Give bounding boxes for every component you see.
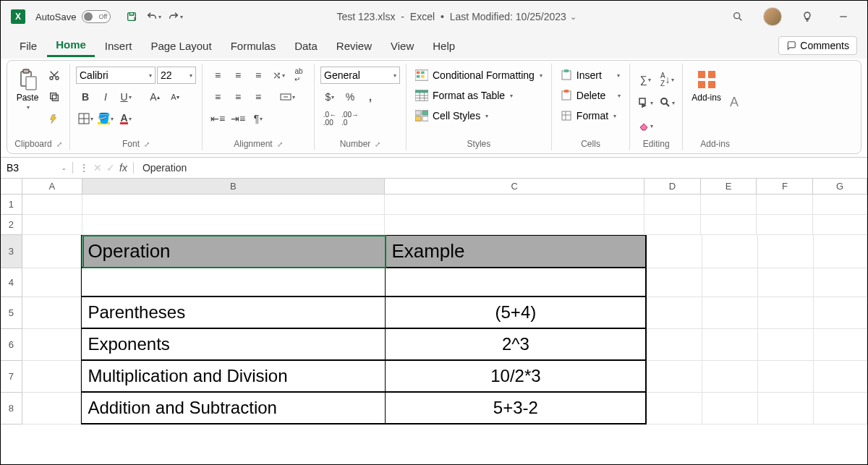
cell-c3[interactable]: Example: [386, 236, 646, 268]
conditional-formatting-button[interactable]: Conditional Formatting▾: [412, 68, 545, 82]
find-select-button[interactable]: ▾: [658, 94, 676, 111]
row-header-4[interactable]: 4: [1, 268, 22, 297]
cell-b4[interactable]: [82, 268, 386, 297]
undo-button[interactable]: ▾: [142, 6, 164, 27]
increase-indent-button[interactable]: ⇥≡: [229, 110, 247, 127]
italic-button[interactable]: I: [96, 88, 115, 106]
row-header-6[interactable]: 6: [1, 329, 22, 361]
align-top-button[interactable]: ≡: [208, 67, 227, 84]
select-all-corner[interactable]: [1, 179, 22, 194]
col-header-e[interactable]: E: [701, 179, 757, 194]
cell-c6[interactable]: 2^3: [386, 329, 646, 360]
cell-b5[interactable]: Parentheses: [82, 297, 386, 328]
align-bottom-button[interactable]: ≡: [249, 67, 268, 84]
col-header-g[interactable]: G: [813, 179, 867, 194]
increase-font-button[interactable]: A▴: [145, 88, 164, 106]
enter-formula-button[interactable]: ✓: [106, 162, 115, 174]
align-middle-button[interactable]: ≡: [229, 67, 247, 84]
formula-input[interactable]: Operation: [134, 162, 195, 174]
font-launcher[interactable]: ⤢: [144, 140, 150, 148]
cell-c5[interactable]: (5+4): [386, 297, 646, 328]
col-header-d[interactable]: D: [644, 179, 701, 194]
tab-view[interactable]: View: [382, 35, 422, 56]
col-header-c[interactable]: C: [385, 179, 644, 194]
cell-b7[interactable]: Multiplication and Division: [82, 361, 386, 392]
autosum-button[interactable]: ∑▾: [636, 71, 655, 88]
name-box[interactable]: B3⌄: [1, 162, 73, 174]
increase-decimal-button[interactable]: .0←.00: [320, 110, 339, 127]
row-header-5[interactable]: 5: [1, 297, 22, 329]
row-header-7[interactable]: 7: [1, 361, 22, 393]
tab-insert[interactable]: Insert: [96, 35, 141, 56]
fx-icon[interactable]: fx: [119, 162, 127, 174]
fill-button[interactable]: ▾: [636, 94, 655, 111]
tab-page-layout[interactable]: Page Layout: [142, 35, 220, 56]
format-painter-button[interactable]: [45, 110, 64, 127]
number-launcher[interactable]: ⤢: [375, 140, 380, 148]
cell-b6[interactable]: Exponents: [82, 329, 386, 360]
col-header-a[interactable]: A: [22, 179, 82, 194]
align-left-button[interactable]: ≡: [208, 88, 227, 106]
decrease-font-button[interactable]: A▾: [166, 88, 184, 106]
addins-button[interactable]: Add-ins: [689, 67, 724, 104]
wrap-text-button[interactable]: ab↵: [289, 67, 308, 84]
align-center-button[interactable]: ≡: [229, 88, 247, 106]
paste-button[interactable]: Paste▾: [13, 67, 42, 112]
user-avatar[interactable]: [763, 7, 782, 26]
sort-filter-button[interactable]: AZ↓▾: [658, 71, 676, 88]
bold-button[interactable]: B: [76, 88, 95, 106]
fill-color-button[interactable]: 🪣▾: [96, 110, 115, 127]
tab-review[interactable]: Review: [328, 35, 380, 56]
alignment-launcher[interactable]: ⤢: [277, 140, 283, 148]
minimize-button[interactable]: [833, 6, 854, 27]
copy-button[interactable]: [45, 88, 64, 106]
autosave-toggle[interactable]: Off: [82, 10, 111, 23]
delete-cells-button[interactable]: Delete ▾: [558, 88, 624, 103]
row-header-1[interactable]: 1: [1, 195, 22, 215]
options-icon[interactable]: ⋮: [79, 162, 89, 174]
row-header-3[interactable]: 3: [1, 235, 22, 268]
decrease-indent-button[interactable]: ⇤≡: [208, 110, 227, 127]
worksheet-grid[interactable]: A B C D E F G 1 2 3 Operation Example 4 …: [1, 179, 867, 425]
merge-button[interactable]: ▾: [278, 88, 297, 106]
decrease-decimal-button[interactable]: .00→.0: [341, 110, 359, 127]
clipboard-launcher[interactable]: ⤢: [56, 140, 62, 148]
borders-button[interactable]: ▾: [76, 110, 95, 127]
row-header-2[interactable]: 2: [1, 215, 22, 235]
cell-c8[interactable]: 5+3-2: [386, 393, 646, 424]
format-cells-button[interactable]: Format▾: [558, 108, 619, 123]
col-header-f[interactable]: F: [757, 179, 813, 194]
cut-button[interactable]: [45, 67, 64, 84]
cell-styles-button[interactable]: Cell Styles▾: [412, 108, 491, 123]
addins-more[interactable]: A: [727, 95, 741, 110]
percent-button[interactable]: %: [341, 88, 359, 106]
font-size-combo[interactable]: 22▾: [157, 67, 196, 84]
redo-button[interactable]: ▾: [164, 6, 186, 27]
search-icon[interactable]: [727, 6, 749, 27]
clear-button[interactable]: ▾: [636, 117, 655, 135]
cell-b8[interactable]: Addition and Subtraction: [82, 393, 386, 424]
col-header-b[interactable]: B: [82, 179, 386, 194]
comma-button[interactable]: ,: [361, 88, 380, 106]
cell-b3[interactable]: Operation: [82, 236, 386, 268]
comments-button[interactable]: Comments: [778, 36, 857, 55]
tab-file[interactable]: File: [11, 35, 46, 56]
font-name-combo[interactable]: Calibri▾: [76, 67, 156, 84]
row-header-8[interactable]: 8: [1, 393, 22, 425]
tab-data[interactable]: Data: [286, 35, 326, 56]
currency-button[interactable]: $▾: [320, 88, 339, 106]
insert-cells-button[interactable]: Insert ▾: [558, 68, 623, 82]
font-color-button[interactable]: A▾: [116, 110, 135, 127]
align-right-button[interactable]: ≡: [249, 88, 268, 106]
underline-button[interactable]: U▾: [116, 88, 135, 106]
cell-c7[interactable]: 10/2*3: [386, 361, 646, 392]
number-format-combo[interactable]: General▾: [320, 67, 400, 84]
cell-c4[interactable]: [386, 268, 646, 297]
format-as-table-button[interactable]: Format as Table▾: [412, 88, 516, 103]
cancel-formula-button[interactable]: ✕: [93, 162, 102, 174]
lightbulb-icon[interactable]: [796, 6, 818, 27]
tab-formulas[interactable]: Formulas: [222, 35, 285, 56]
tab-home[interactable]: Home: [47, 34, 95, 57]
tab-help[interactable]: Help: [424, 35, 464, 56]
rtl-button[interactable]: ¶▾: [249, 110, 268, 127]
